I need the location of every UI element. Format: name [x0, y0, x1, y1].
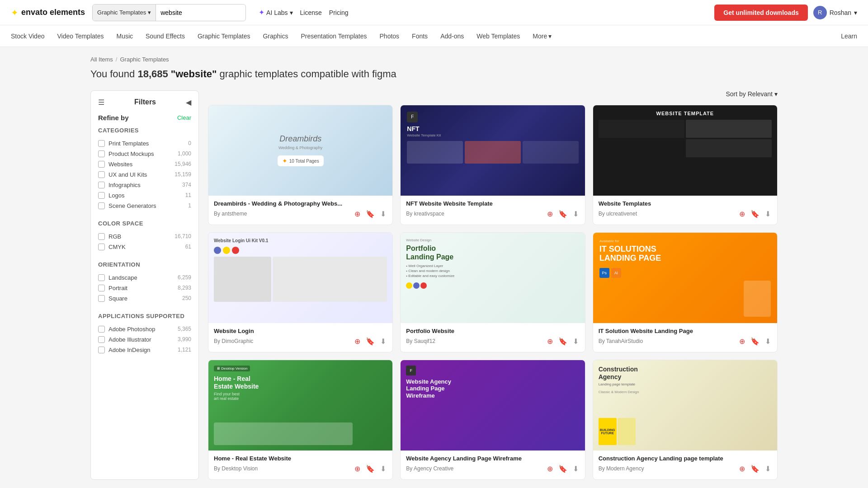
template-thumbnail[interactable]: Available for IT SOLUTIONSLANDING PAGE P…: [593, 233, 777, 323]
add-to-collection-button[interactable]: ⊕: [738, 464, 746, 474]
template-card: Available for IT SOLUTIONSLANDING PAGE P…: [593, 232, 778, 352]
template-thumbnail[interactable]: Dreambirds Wedding & Photography ✦ 10 To…: [208, 105, 392, 196]
nav-sound-effects[interactable]: Sound Effects: [146, 26, 185, 46]
template-thumbnail[interactable]: F NFT Website Template Kit: [401, 105, 585, 196]
indesign-checkbox[interactable]: [98, 347, 105, 353]
template-thumbnail[interactable]: 🖥 Desktop Version Home - RealEstate Webs…: [208, 360, 392, 450]
download-button[interactable]: ⬇: [572, 209, 580, 219]
nav-graphic-templates[interactable]: Graphic Templates: [198, 26, 250, 46]
bookmark-button[interactable]: 🔖: [365, 336, 376, 347]
search-input[interactable]: [156, 5, 244, 21]
landscape-checkbox[interactable]: [98, 274, 105, 281]
template-author: By Sauqif12: [406, 338, 435, 344]
ux-ui-kits-checkbox[interactable]: [98, 171, 105, 178]
template-thumbnail[interactable]: WEBSITE TEMPLATE: [593, 105, 777, 196]
nav-addons[interactable]: Add-ons: [440, 26, 464, 46]
clear-filters-button[interactable]: Clear: [177, 114, 191, 121]
bookmark-button[interactable]: 🔖: [365, 209, 376, 219]
add-to-collection-button[interactable]: ⊕: [354, 209, 361, 219]
bookmark-button[interactable]: 🔖: [365, 464, 376, 474]
photoshop-checkbox[interactable]: [98, 326, 105, 333]
add-to-collection-button[interactable]: ⊕: [354, 464, 361, 474]
download-button[interactable]: ⬇: [764, 209, 772, 219]
download-button[interactable]: ⬇: [572, 336, 580, 347]
unlimited-downloads-button[interactable]: Get unlimited downloads: [714, 5, 807, 21]
template-thumbnail[interactable]: F Website AgencyLanding PageWireframe: [401, 360, 585, 450]
template-card: 🖥 Desktop Version Home - RealEstate Webs…: [208, 360, 393, 480]
print-templates-checkbox[interactable]: [98, 140, 105, 147]
nav-more[interactable]: More ▾: [533, 26, 552, 46]
nav-photos[interactable]: Photos: [380, 26, 400, 46]
illustrator-checkbox[interactable]: [98, 336, 105, 343]
template-info: Website Templates By ulcreativenet ⊕ 🔖 ⬇: [593, 196, 777, 225]
color-space-title: Color Space: [98, 220, 191, 227]
download-button[interactable]: ⬇: [764, 464, 772, 474]
bookmark-button[interactable]: 🔖: [750, 209, 760, 219]
logos-checkbox[interactable]: [98, 192, 105, 199]
nav-stock-video[interactable]: Stock Video: [11, 26, 44, 46]
download-button[interactable]: ⬇: [572, 464, 580, 474]
breadcrumb-current: Graphic Templates: [120, 56, 169, 63]
template-thumbnail[interactable]: Website Design PortfolioLanding Page • W…: [401, 233, 585, 323]
filter-scene-generators: Scene Generators 1: [98, 201, 191, 211]
avatar: R: [813, 6, 827, 19]
nav-graphics[interactable]: Graphics: [263, 26, 288, 46]
search-category-dropdown[interactable]: Graphic Templates ▾: [93, 5, 156, 21]
user-menu-button[interactable]: R Roshan ▾: [813, 6, 857, 19]
filter-photoshop: Adobe Photoshop 5,365: [98, 324, 191, 334]
add-to-collection-button[interactable]: ⊕: [354, 336, 361, 347]
add-to-collection-button[interactable]: ⊕: [546, 464, 554, 474]
search-clear-button[interactable]: ✕: [244, 8, 246, 17]
bookmark-button[interactable]: 🔖: [750, 336, 760, 347]
bookmark-button[interactable]: 🔖: [557, 209, 568, 219]
add-to-collection-button[interactable]: ⊕: [546, 336, 554, 347]
sidebar-collapse-button[interactable]: ◀: [186, 98, 191, 107]
add-to-collection-button[interactable]: ⊕: [738, 209, 746, 219]
product-mockups-checkbox[interactable]: [98, 150, 105, 157]
nav-video-templates[interactable]: Video Templates: [57, 26, 104, 46]
nav-music[interactable]: Music: [116, 26, 133, 46]
template-thumbnail[interactable]: ConstructionAgency Landing page template…: [593, 360, 777, 450]
download-button[interactable]: ⬇: [764, 336, 772, 347]
logo-text: envato elements: [21, 8, 85, 17]
nav-web-templates[interactable]: Web Templates: [476, 26, 520, 46]
nav-fonts[interactable]: Fonts: [412, 26, 428, 46]
ai-icon: ✦: [259, 8, 264, 17]
license-link[interactable]: License: [300, 9, 322, 16]
sort-button[interactable]: Sort by Relevant ▾: [726, 90, 778, 98]
categories-section: Categories Print Templates 0 Product Moc…: [98, 127, 191, 211]
portrait-checkbox[interactable]: [98, 285, 105, 291]
download-button[interactable]: ⬇: [379, 464, 387, 474]
scene-generators-checkbox[interactable]: [98, 202, 105, 209]
add-to-collection-button[interactable]: ⊕: [546, 209, 554, 219]
pricing-link[interactable]: Pricing: [329, 9, 349, 16]
orientation-title: Orientation: [98, 261, 191, 268]
refine-header: Refine by Clear: [98, 114, 191, 122]
rgb-checkbox[interactable]: [98, 233, 105, 240]
logo[interactable]: ✦ envato elements: [11, 7, 85, 18]
infographics-checkbox[interactable]: [98, 182, 105, 188]
content-area: Sort by Relevant ▾ Dreambirds Wedding & …: [208, 90, 778, 480]
add-to-collection-button[interactable]: ⊕: [738, 336, 746, 347]
filter-ux-ui-kits: UX and UI Kits 15,159: [98, 169, 191, 180]
chevron-down-icon: ▾: [854, 9, 857, 16]
nav-presentation-templates[interactable]: Presentation Templates: [301, 26, 367, 46]
template-name: IT Solution Website Landing Page: [599, 328, 772, 334]
bookmark-button[interactable]: 🔖: [557, 464, 568, 474]
template-name: Dreambirds - Wedding & Photography Webs.…: [214, 200, 387, 207]
bookmark-button[interactable]: 🔖: [750, 464, 760, 474]
sidebar-scroll[interactable]: Refine by Clear Categories Print Templat…: [98, 114, 191, 364]
ai-labs-button[interactable]: ✦ AI Labs ▾: [259, 8, 292, 17]
username-label: Roshan: [830, 9, 851, 16]
template-thumbnail[interactable]: Website Login Ui Kit V0.1: [208, 233, 392, 323]
breadcrumb-all-items[interactable]: All Items: [90, 56, 113, 63]
download-button[interactable]: ⬇: [379, 209, 387, 219]
template-author: By Desktop Vision: [214, 465, 258, 472]
cmyk-checkbox[interactable]: [98, 244, 105, 250]
main-layout: ☰ Filters ◀ Refine by Clear Categories P…: [0, 81, 868, 488]
nav-learn[interactable]: Learn: [841, 26, 857, 46]
websites-checkbox[interactable]: [98, 161, 105, 168]
square-checkbox[interactable]: [98, 295, 105, 302]
bookmark-button[interactable]: 🔖: [557, 336, 568, 347]
download-button[interactable]: ⬇: [379, 336, 387, 347]
